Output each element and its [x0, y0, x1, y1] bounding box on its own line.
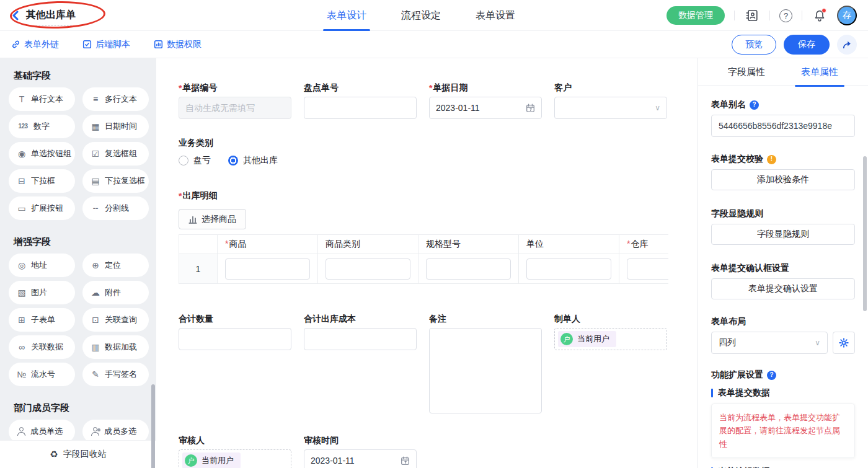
customer-select[interactable]: ∨: [554, 97, 667, 119]
sidebar-scrollbar[interactable]: [151, 384, 155, 468]
notification-bell-icon[interactable]: [812, 7, 828, 24]
total-cost-input[interactable]: [304, 328, 417, 350]
remark-textarea[interactable]: [429, 328, 542, 413]
field-radio-group[interactable]: ◉单选按钮组: [9, 142, 75, 166]
preview-button[interactable]: 预览: [732, 35, 776, 55]
data-manage-button[interactable]: 数据管理: [666, 6, 725, 25]
header-tabs: 表单设计 流程设定 表单设置: [327, 0, 515, 31]
check-no-input[interactable]: [304, 97, 417, 119]
help-badge-icon[interactable]: [767, 371, 776, 380]
row-index: 1: [179, 254, 218, 284]
column-header-product: 商品: [218, 235, 318, 254]
auditor-user-box[interactable]: 户 当前用户: [179, 449, 291, 468]
toolbar-right-actions: 预览 保存: [732, 35, 857, 55]
linked-query-icon: ⊡: [91, 316, 100, 324]
select-product-button[interactable]: 选择商品: [179, 209, 246, 229]
unit-cell-input[interactable]: [526, 258, 611, 280]
back-button[interactable]: [9, 9, 22, 22]
field-divider[interactable]: ╌分割线: [82, 196, 149, 220]
creator-label: 制单人: [554, 314, 667, 325]
field-linked-data[interactable]: ∞关联数据: [9, 335, 75, 359]
audit-time-input[interactable]: 2023-01-11: [304, 449, 417, 468]
divider: [769, 11, 770, 20]
product-cell-input[interactable]: [225, 258, 310, 280]
tab-form-design[interactable]: 表单设计: [327, 0, 366, 31]
radio-option-other-outbound[interactable]: 其他出库: [228, 155, 278, 166]
field-number[interactable]: 123数字: [9, 115, 75, 138]
audit-time-label: 审核时间: [304, 435, 417, 446]
tab-field-properties[interactable]: 字段属性: [728, 58, 765, 86]
data-permission-link[interactable]: 数据权限: [154, 39, 202, 50]
field-image[interactable]: ▧图片: [9, 281, 75, 304]
field-check-no[interactable]: 盘点单号: [304, 82, 417, 119]
field-signature[interactable]: ✎手写签名: [82, 363, 149, 386]
chevron-down-icon: ∨: [815, 338, 820, 347]
radio-option-loss-label: 盘亏: [193, 155, 211, 166]
layout-settings-button[interactable]: [833, 332, 855, 354]
help-icon[interactable]: ?: [779, 9, 792, 22]
field-customer[interactable]: 客户 ∨: [554, 82, 667, 119]
field-audit-time[interactable]: 审核时间 2023-01-11: [304, 435, 417, 468]
layout-select[interactable]: 四列 ∨: [711, 332, 828, 354]
creator-user-box[interactable]: 户 当前用户: [554, 328, 667, 350]
doc-date-input[interactable]: 2023-01-11: [429, 97, 542, 119]
radio-option-loss[interactable]: 盘亏: [179, 155, 211, 166]
tab-form-setting[interactable]: 表单设置: [476, 0, 515, 31]
bar-chart-icon: [188, 215, 197, 224]
spec-cell-input[interactable]: [426, 258, 511, 280]
share-arrow-icon: [842, 40, 852, 50]
biz-type-label: 业务类别: [179, 138, 698, 149]
field-extend-button[interactable]: ▭扩展按钮: [9, 196, 75, 220]
visibility-rules-button[interactable]: 字段显隐规则: [711, 224, 855, 245]
field-serial-number[interactable]: №流水号: [9, 363, 75, 386]
calendar-icon: [526, 104, 535, 113]
text-icon: T: [17, 95, 27, 104]
category-cell-input[interactable]: [326, 258, 410, 280]
user-avatar[interactable]: 存: [837, 6, 857, 25]
field-linked-query[interactable]: ⊡关联查询: [82, 308, 149, 332]
panel-scrollbar[interactable]: [863, 156, 867, 311]
field-library-sidebar: 基础字段 T单行文本 ≡多行文本 123数字 ▦日期时间 ◉单选按钮组 ☑复选框…: [0, 58, 156, 468]
tab-form-properties[interactable]: 表单属性: [801, 58, 838, 86]
contact-book-icon[interactable]: [744, 7, 760, 24]
field-multi-line-text[interactable]: ≡多行文本: [82, 87, 149, 111]
confirm-box-label-row: 表单提交确认框设置: [711, 262, 855, 275]
confirm-box-button[interactable]: 表单提交确认设置: [711, 278, 855, 299]
textarea-icon: ≡: [91, 95, 100, 104]
notification-badge-dot: [822, 8, 826, 13]
field-address[interactable]: ◎地址: [9, 254, 75, 277]
header-right-actions: 数据管理 ? 存: [666, 0, 857, 31]
total-qty-input[interactable]: [179, 328, 291, 350]
field-select[interactable]: ⊟下拉框: [9, 169, 75, 193]
warehouse-cell-input[interactable]: [627, 258, 668, 280]
warning-badge-icon[interactable]: [767, 155, 776, 164]
add-validation-button[interactable]: 添加校验条件: [711, 169, 855, 190]
field-datetime[interactable]: ▦日期时间: [82, 115, 149, 138]
field-checkbox-group[interactable]: ☑复选框组: [82, 142, 149, 166]
field-data-load[interactable]: ▥数据加载: [82, 335, 149, 359]
field-total-qty[interactable]: 合计数量: [179, 314, 291, 350]
section-title-enhanced-fields: 增强字段: [14, 236, 149, 248]
form-external-link[interactable]: 表单外链: [11, 39, 59, 50]
field-subform[interactable]: ⊞子表单: [9, 308, 75, 332]
field-multi-select[interactable]: ▤下拉复选框: [82, 169, 149, 193]
field-auditor[interactable]: 审核人 户 当前用户: [179, 435, 291, 468]
save-button[interactable]: 保存: [784, 35, 830, 55]
audit-time-value: 2023-01-11: [311, 456, 355, 466]
field-creator[interactable]: 制单人 户 当前用户: [554, 314, 667, 350]
help-badge-icon[interactable]: [750, 100, 759, 110]
field-recycle-bin[interactable]: 字段回收站: [0, 440, 156, 468]
field-single-line-text[interactable]: T单行文本: [9, 87, 75, 111]
index-column-header: [179, 235, 218, 254]
backend-script-link[interactable]: 后端脚本: [82, 39, 130, 50]
field-location[interactable]: ⊕定位: [82, 254, 149, 277]
form-alias-input[interactable]: [711, 115, 855, 137]
field-doc-no[interactable]: 单据编号: [179, 82, 291, 119]
tab-flow-setting[interactable]: 流程设定: [401, 0, 441, 31]
field-remark[interactable]: 备注: [429, 314, 542, 415]
field-doc-date[interactable]: 单据日期 2023-01-11: [429, 82, 542, 119]
field-total-cost[interactable]: 合计出库成本: [304, 314, 417, 350]
field-attachment[interactable]: ☁附件: [82, 281, 149, 304]
share-button[interactable]: [837, 35, 857, 55]
current-user-label: 当前用户: [202, 455, 234, 466]
